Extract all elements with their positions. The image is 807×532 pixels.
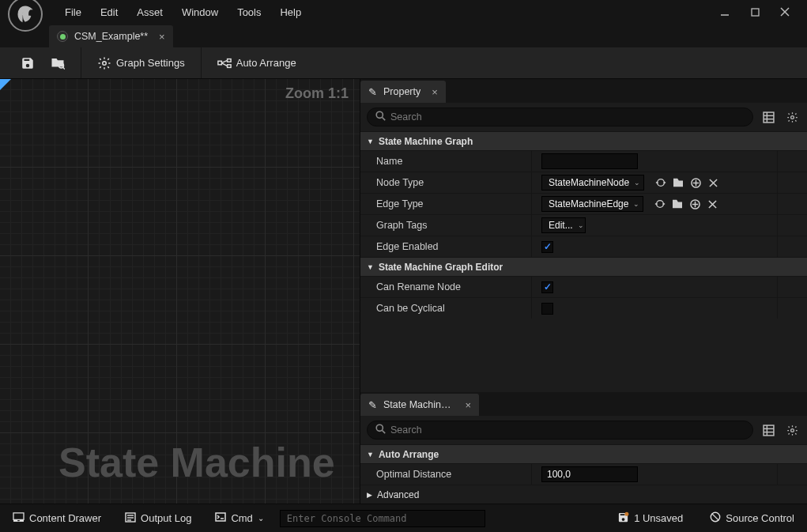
output-log-button[interactable]: Output Log	[117, 510, 199, 527]
source-control-button[interactable]: Source Control	[702, 509, 802, 527]
prop-can-cyclical-checkbox[interactable]	[541, 303, 553, 315]
prop-node-type: Node Type StateMachineNode ⌄	[360, 172, 807, 193]
new-asset-icon[interactable]	[688, 197, 702, 211]
svg-rect-7	[218, 61, 222, 65]
log-icon	[125, 512, 136, 525]
main-area: Zoom 1:1 State Machine ✎ Property ×	[0, 79, 807, 504]
property-search-box[interactable]	[367, 108, 753, 126]
prop-name-input[interactable]	[541, 153, 638, 169]
graph-viewport[interactable]: Zoom 1:1 State Machine	[0, 79, 360, 504]
menu-file[interactable]: File	[57, 3, 89, 21]
prop-edge-type-dropdown[interactable]: StateMachineEdge ⌄	[541, 196, 643, 212]
chevron-down-icon: ▼	[367, 263, 374, 271]
clear-icon[interactable]	[705, 197, 719, 211]
use-selected-icon[interactable]	[654, 175, 668, 190]
svg-rect-8	[227, 58, 231, 62]
close-button[interactable]	[774, 3, 796, 21]
prop-can-rename-node: Can Rename Node	[360, 276, 807, 297]
editor-search-input[interactable]	[386, 424, 745, 436]
graph-settings-button[interactable]: Graph Settings	[89, 51, 193, 75]
section-advanced[interactable]: ▶ Advanced	[360, 485, 807, 504]
clear-icon[interactable]	[706, 175, 720, 190]
prop-graph-tags-label: Graph Tags	[360, 220, 531, 231]
prop-graph-tags-dropdown[interactable]: Edit... ⌄	[541, 217, 586, 233]
prop-optimal-distance: Optimal Distance	[360, 463, 807, 485]
maximize-button[interactable]	[744, 3, 766, 21]
toolbar: Graph Settings Auto Arrange	[0, 47, 807, 79]
section-title: Auto Arrange	[379, 449, 439, 460]
tab-close-button[interactable]: ×	[159, 31, 165, 43]
property-tab[interactable]: ✎ Property ×	[360, 81, 446, 103]
prop-graph-tags-value: Edit...	[549, 220, 573, 231]
console-input[interactable]	[280, 510, 485, 527]
auto-arrange-button[interactable]: Auto Arrange	[209, 51, 304, 75]
svg-rect-14	[764, 112, 774, 123]
prop-graph-tags: Graph Tags Edit... ⌄	[360, 214, 807, 236]
menu-tools[interactable]: Tools	[229, 3, 269, 21]
property-tab-close[interactable]: ×	[432, 86, 438, 98]
right-column: ✎ Property × ▼ State Machine Graph	[360, 79, 807, 504]
prop-can-rename-checkbox[interactable]	[541, 281, 553, 293]
editor-settings-button[interactable]	[783, 421, 801, 439]
section-state-machine-graph[interactable]: ▼ State Machine Graph	[360, 131, 807, 150]
save-button[interactable]	[13, 51, 43, 75]
document-tab-row: CSM_Example** ×	[0, 24, 807, 47]
prop-name: Name	[360, 150, 807, 172]
panel-fill	[360, 319, 807, 392]
svg-line-32	[383, 431, 386, 434]
minimize-button[interactable]	[714, 3, 736, 21]
prop-optimal-distance-label: Optimal Distance	[360, 469, 531, 480]
cmd-selector[interactable]: Cmd ⌄	[207, 510, 271, 526]
chevron-down-icon: ⌄	[578, 221, 584, 229]
property-settings-button[interactable]	[783, 108, 801, 126]
prop-node-type-value: StateMachineNode	[549, 177, 629, 188]
menu-asset[interactable]: Asset	[129, 3, 171, 21]
menu-edit[interactable]: Edit	[92, 3, 126, 21]
editor-tabrow: ✎ State Machine E… ×	[360, 392, 807, 416]
prop-node-type-dropdown[interactable]: StateMachineNode ⌄	[541, 175, 644, 191]
section-auto-arrange[interactable]: ▼ Auto Arrange	[360, 444, 807, 463]
prop-edge-type-value: StateMachineEdge	[549, 198, 628, 209]
editor-matrix-button[interactable]	[760, 421, 777, 439]
property-matrix-button[interactable]	[760, 108, 777, 126]
property-search-input[interactable]	[386, 111, 745, 123]
prop-can-cyclical-label: Can be Cyclical	[360, 303, 531, 314]
svg-point-43	[625, 511, 629, 515]
window-controls	[714, 3, 802, 21]
chevron-down-icon: ⌄	[634, 179, 640, 187]
search-icon	[375, 424, 386, 436]
content-drawer-button[interactable]: Content Drawer	[5, 510, 109, 527]
content-drawer-label: Content Drawer	[29, 512, 101, 524]
menu-help[interactable]: Help	[272, 3, 309, 21]
graph-settings-label: Graph Settings	[116, 57, 185, 69]
editor-tab-close[interactable]: ×	[465, 399, 471, 411]
browse-button[interactable]	[43, 51, 73, 75]
editor-tab-label: State Machine E…	[383, 399, 454, 410]
editor-search-box[interactable]	[367, 421, 753, 440]
chevron-down-icon: ▼	[367, 138, 374, 145]
document-tab[interactable]: CSM_Example** ×	[49, 25, 173, 47]
save-icon	[21, 56, 35, 70]
source-control-label: Source Control	[726, 512, 794, 524]
new-asset-icon[interactable]	[688, 175, 703, 190]
chevron-down-icon: ▼	[367, 451, 374, 458]
section-advanced-label: Advanced	[377, 489, 419, 500]
output-log-label: Output Log	[141, 512, 191, 524]
prop-optimal-distance-input[interactable]	[541, 466, 638, 482]
prop-node-type-label: Node Type	[360, 177, 531, 188]
section-state-machine-graph-editor[interactable]: ▼ State Machine Graph Editor	[360, 257, 807, 276]
unsaved-button[interactable]: 1 Unsaved	[609, 509, 691, 528]
svg-rect-42	[216, 513, 225, 521]
chevron-down-icon: ⌄	[258, 514, 264, 523]
svg-rect-9	[227, 64, 231, 67]
prop-edge-enabled-checkbox[interactable]	[541, 241, 553, 253]
use-selected-icon[interactable]	[653, 197, 667, 211]
browse-to-asset-icon[interactable]	[671, 175, 685, 190]
menu-items: File Edit Asset Window Tools Help	[57, 3, 309, 21]
gear-icon	[97, 56, 111, 70]
svg-point-19	[658, 179, 665, 187]
search-icon	[375, 111, 386, 123]
editor-tab[interactable]: ✎ State Machine E… ×	[360, 394, 479, 416]
menu-window[interactable]: Window	[174, 3, 226, 21]
browse-to-asset-icon[interactable]	[670, 197, 684, 211]
